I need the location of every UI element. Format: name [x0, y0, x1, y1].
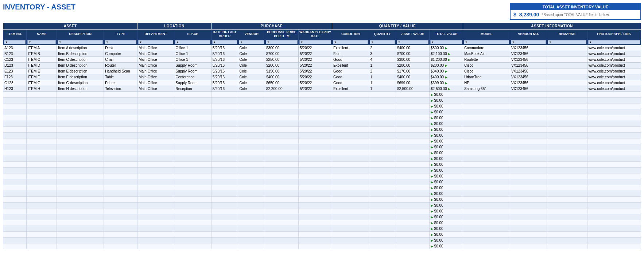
table-cell: 5/20/22 [299, 74, 332, 80]
table-cell: www.cole.com/product [587, 86, 641, 91]
empty-cell [463, 115, 510, 121]
table-cell: $200.00 [396, 62, 429, 68]
table-cell: Samsung 65" [463, 86, 510, 91]
filter-price[interactable] [265, 39, 298, 45]
total-box: TOTAL ASSET INVENTORY VALUE $ 8,239.00 *… [510, 3, 641, 20]
filter-btn-model[interactable] [464, 40, 509, 44]
filter-btn-vendor[interactable] [239, 40, 264, 44]
empty-cell [104, 208, 137, 214]
col-description: DESCRIPTION [57, 30, 104, 39]
empty-cell [332, 191, 369, 196]
filter-btn-qty[interactable] [370, 40, 395, 44]
filter-btn-condition[interactable] [333, 40, 368, 44]
empty-cell [265, 196, 298, 202]
filter-dateorder[interactable] [211, 39, 238, 45]
empty-cell [174, 91, 211, 97]
empty-cell [3, 144, 27, 150]
table-cell: Supply Room [174, 68, 211, 74]
empty-cell [332, 202, 369, 208]
filter-itemno[interactable] [3, 39, 27, 45]
empty-row: ▶ $0.00 [3, 173, 641, 179]
empty-cell [57, 156, 104, 161]
filter-space[interactable] [174, 39, 211, 45]
empty-cell [396, 109, 429, 115]
table-cell: 2 [369, 68, 396, 74]
empty-cell [174, 220, 211, 226]
filter-model[interactable] [463, 39, 510, 45]
empty-cell [332, 226, 369, 231]
filter-btn-space[interactable] [175, 40, 210, 44]
empty-cell [3, 156, 27, 161]
filter-btn-dateorder[interactable] [212, 40, 237, 44]
filter-btn-photo[interactable] [588, 40, 640, 44]
table-cell: Chair [104, 56, 137, 62]
filter-btn-vendorno[interactable] [511, 40, 546, 44]
empty-cell [265, 191, 298, 196]
empty-cell [299, 126, 332, 132]
filter-btn-name[interactable] [27, 40, 56, 44]
empty-cell [299, 191, 332, 196]
empty-cell [57, 179, 104, 185]
filter-assetval[interactable] [396, 39, 429, 45]
empty-cell [238, 226, 265, 231]
empty-cell [463, 237, 510, 243]
empty-cell [510, 138, 547, 144]
empty-cell [27, 231, 57, 237]
empty-cell [3, 126, 27, 132]
empty-cell [137, 202, 174, 208]
filter-btn-type[interactable] [105, 40, 136, 44]
empty-cell [27, 185, 57, 191]
green-arrow-icon: ▶ [431, 145, 434, 149]
empty-cell [369, 144, 396, 150]
filter-btn-totalval[interactable] [430, 40, 462, 44]
empty-cell [211, 173, 238, 179]
empty-cell [332, 243, 369, 249]
filter-dept[interactable] [137, 39, 174, 45]
filter-btn-dept[interactable] [138, 40, 173, 44]
empty-cell [265, 132, 298, 138]
empty-cell [211, 208, 238, 214]
empty-cell [174, 167, 211, 173]
total-box-header: TOTAL ASSET INVENTORY VALUE [511, 4, 640, 10]
filter-vendorno[interactable] [510, 39, 547, 45]
table-row: G123ITEM GItem G descriptionPrinterMain … [3, 80, 641, 86]
filter-name[interactable] [27, 39, 57, 45]
empty-cell [174, 115, 211, 121]
filter-btn-warranty[interactable] [299, 40, 331, 44]
filter-desc[interactable] [57, 39, 104, 45]
filter-photo[interactable] [587, 39, 641, 45]
filter-btn-price[interactable] [266, 40, 298, 44]
empty-cell [587, 179, 641, 185]
empty-cell [211, 237, 238, 243]
empty-cell [299, 150, 332, 156]
filter-qty[interactable] [369, 39, 396, 45]
filter-btn-itemno[interactable] [4, 40, 26, 44]
empty-cell [299, 208, 332, 214]
filter-btn-remarks[interactable] [548, 40, 586, 44]
green-arrow-icon: ▶ [431, 140, 434, 143]
col-model: MODEL [463, 30, 510, 39]
empty-cell [3, 196, 27, 202]
green-arrow-icon: ▶ [431, 221, 434, 225]
filter-btn-assetval[interactable] [397, 40, 428, 44]
table-cell: 1 [369, 74, 396, 80]
empty-cell [547, 220, 587, 226]
filter-btn-desc[interactable] [58, 40, 103, 44]
empty-cell [57, 126, 104, 132]
filter-warranty[interactable] [299, 39, 332, 45]
filter-type[interactable] [104, 39, 137, 45]
empty-cell [396, 191, 429, 196]
filter-remarks[interactable] [547, 39, 587, 45]
filter-vendor[interactable] [238, 39, 265, 45]
empty-cell: ▶ $0.00 [430, 179, 463, 185]
empty-cell [27, 109, 57, 115]
col-itemno: ITEM NO. [3, 30, 27, 39]
table-cell: $400.00 ▶ [430, 74, 463, 80]
empty-cell [396, 97, 429, 103]
filter-condition[interactable] [332, 39, 369, 45]
empty-cell [369, 115, 396, 121]
filter-totalval[interactable] [430, 39, 463, 45]
table-cell: Excellent [332, 62, 369, 68]
empty-cell [587, 167, 641, 173]
table-cell: 5/20/22 [299, 62, 332, 68]
